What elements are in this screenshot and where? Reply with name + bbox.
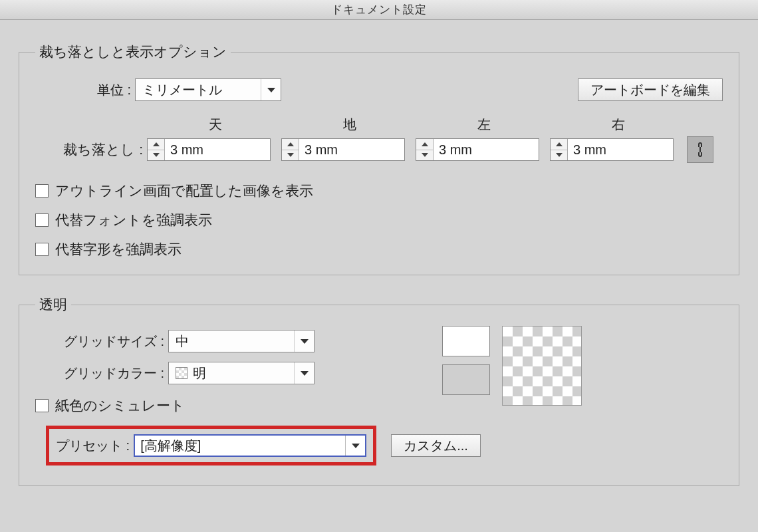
bleed-label: 裁ち落とし : — [35, 140, 147, 159]
chevron-down-icon — [261, 79, 281, 100]
bleed-options-group: 裁ち落としと表示オプション 単位 : ミリメートル アートボードを編集 天 地 … — [19, 43, 739, 275]
unit-dropdown[interactable]: ミリメートル — [135, 78, 281, 101]
preset-highlight: プリセット : [高解像度] — [46, 426, 376, 466]
bleed-options-legend: 裁ち落としと表示オプション — [35, 43, 231, 61]
chevron-down-icon — [294, 362, 314, 384]
grid-color-label: グリッドカラー : — [35, 364, 168, 382]
simulate-paper-label: 紙色のシミュレート — [55, 396, 185, 415]
grid-size-value: 中 — [176, 332, 294, 350]
transparency-legend: 透明 — [35, 295, 71, 314]
preset-value: [高解像度] — [140, 437, 345, 455]
bleed-head-bottom: 地 — [283, 116, 417, 134]
bleed-bottom-stepper[interactable]: 3 mm — [281, 138, 405, 161]
transparency-checker-icon — [502, 326, 582, 406]
color-swatch-white[interactable] — [442, 326, 490, 356]
stepper-arrows-icon[interactable] — [282, 139, 299, 160]
highlight-sub-glyphs-checkbox[interactable] — [35, 243, 49, 256]
grid-color-swatch-icon — [176, 367, 188, 379]
dialog-content: 裁ち落としと表示オプション 単位 : ミリメートル アートボードを編集 天 地 … — [0, 20, 758, 486]
bleed-top-value[interactable]: 3 mm — [165, 139, 270, 160]
link-icon — [694, 142, 706, 158]
stepper-arrows-icon[interactable] — [148, 139, 165, 160]
show-images-label: アウトライン画面で配置した画像を表示 — [55, 182, 313, 200]
bleed-head-left: 左 — [417, 116, 551, 134]
chevron-down-icon — [294, 331, 314, 352]
grid-color-dropdown[interactable]: 明 — [168, 362, 315, 384]
bleed-right-stepper[interactable]: 3 mm — [550, 138, 674, 161]
unit-dropdown-value: ミリメートル — [142, 81, 261, 99]
edit-artboard-button[interactable]: アートボードを編集 — [578, 78, 723, 101]
highlight-sub-glyphs-label: 代替字形を強調表示 — [55, 240, 182, 259]
show-images-checkbox[interactable] — [35, 184, 49, 198]
stepper-arrows-icon[interactable] — [551, 139, 568, 160]
transparency-preview — [442, 326, 582, 406]
bleed-left-value[interactable]: 3 mm — [434, 139, 539, 160]
highlight-sub-fonts-checkbox[interactable] — [35, 213, 49, 227]
bleed-bottom-value[interactable]: 3 mm — [299, 139, 404, 160]
preset-dropdown[interactable]: [高解像度] — [134, 434, 366, 457]
grid-color-value: 明 — [193, 364, 294, 382]
grid-size-label: グリッドサイズ : — [35, 332, 168, 350]
grid-size-dropdown[interactable]: 中 — [168, 330, 315, 352]
preset-label: プリセット : — [56, 437, 134, 455]
bleed-top-stepper[interactable]: 3 mm — [147, 138, 271, 161]
bleed-left-stepper[interactable]: 3 mm — [416, 138, 539, 161]
simulate-paper-checkbox[interactable] — [35, 399, 49, 412]
window-title: ドキュメント設定 — [0, 0, 758, 20]
link-button[interactable] — [687, 136, 713, 163]
bleed-right-value[interactable]: 3 mm — [568, 139, 673, 160]
bleed-head-right: 右 — [551, 116, 686, 134]
unit-label: 単位 : — [35, 81, 135, 99]
stepper-arrows-icon[interactable] — [416, 139, 434, 160]
transparency-group: 透明 グリッドサイズ : 中 グリッドカラー : 明 — [19, 295, 739, 486]
custom-button[interactable]: カスタム... — [391, 434, 481, 457]
color-swatch-gray[interactable] — [442, 364, 490, 395]
bleed-head-top: 天 — [148, 116, 283, 134]
chevron-down-icon — [345, 436, 365, 456]
highlight-sub-fonts-label: 代替フォントを強調表示 — [55, 211, 212, 229]
